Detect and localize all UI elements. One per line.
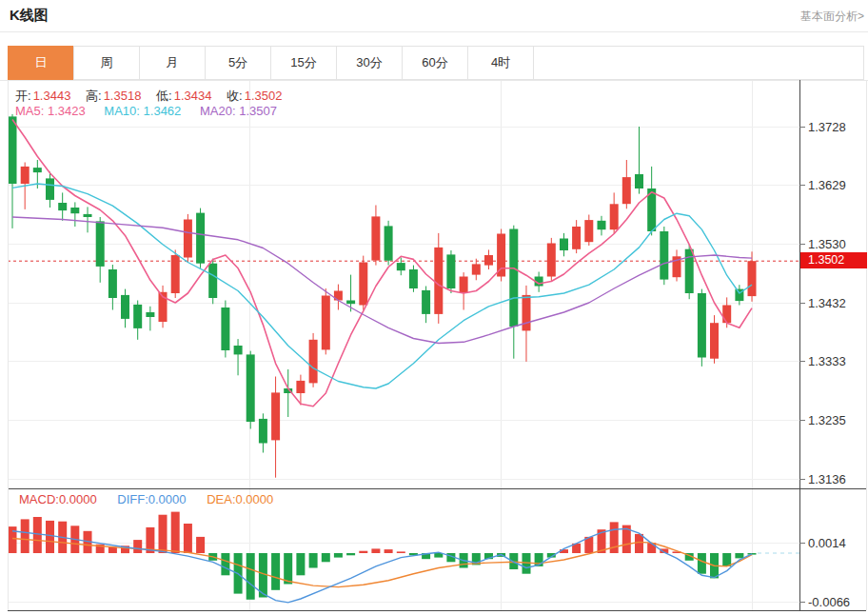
candle-body: [359, 263, 367, 306]
candle-body: [409, 269, 418, 288]
candle-body: [635, 174, 643, 188]
macd-bar: [133, 540, 142, 553]
macd-bar: [346, 553, 355, 555]
macd-bar: [334, 553, 343, 558]
macd-legend: MACD:0.0000 DIFF:0.0000 DEA:0.0000: [19, 492, 290, 506]
candle-body: [572, 227, 581, 249]
tab-30min[interactable]: 30分: [336, 46, 403, 80]
candle-body: [259, 419, 267, 444]
candle-body: [397, 263, 405, 270]
candle-body: [472, 264, 481, 274]
candle-body: [96, 221, 105, 267]
candle-body: [484, 255, 493, 266]
price-tick-label: 1.3629: [808, 178, 846, 192]
candle-body: [722, 306, 731, 324]
macd-bars-layer: [9, 512, 757, 600]
candle-body: [184, 220, 192, 258]
macd-tick-label: 0.0014: [808, 536, 846, 550]
candle-body: [698, 293, 706, 358]
tab-4hour[interactable]: 4时: [467, 46, 534, 80]
macd-bar: [184, 524, 192, 553]
macd-bar: [359, 551, 367, 553]
macd-bar: [322, 553, 330, 562]
ma10-line: [12, 184, 752, 388]
macd-bar: [635, 534, 643, 553]
candle-body: [84, 214, 92, 217]
price-tick-label: 1.3432: [808, 296, 846, 310]
candle-body: [509, 229, 518, 327]
ma20-legend: MA20: 1.3507: [200, 104, 277, 118]
candle-body: [33, 168, 42, 172]
candle-body: [422, 290, 430, 314]
macd-lines-layer: [12, 528, 799, 603]
ma5-legend: MA5: 1.3423: [15, 104, 86, 118]
ma5-line: [12, 120, 752, 407]
low-value: 1.3434: [174, 89, 212, 103]
candle-body: [146, 312, 154, 317]
open-label: 开:: [15, 89, 31, 103]
macd-tick-label: -0.0066: [808, 595, 850, 609]
tab-5min[interactable]: 5分: [205, 46, 271, 80]
ma-legend: MA5: 1.3423 MA10: 1.3462 MA20: 1.3507: [15, 104, 292, 118]
macd-bar: [171, 512, 180, 553]
candle-body: [547, 244, 556, 277]
macd-bar: [309, 553, 318, 568]
kline-chart-svg: 1.37281.36291.35301.34321.33331.32351.31…: [0, 80, 868, 615]
candle-body: [622, 177, 631, 204]
low-label: 低:: [156, 89, 172, 103]
macd-bar: [21, 519, 30, 553]
gridlines: [8, 80, 799, 610]
macd-bar: [46, 521, 54, 553]
fundamental-analysis-link[interactable]: 基本面分析>: [800, 9, 864, 25]
candle-body: [133, 305, 142, 328]
price-tick-label: 1.3728: [808, 120, 846, 134]
frame-layer: [0, 80, 868, 610]
candle-body: [598, 221, 606, 229]
macd-bar: [385, 549, 393, 553]
page-title: K线图: [10, 7, 49, 25]
candle-body: [171, 255, 180, 293]
macd-bar: [735, 553, 743, 558]
macd-bar: [221, 553, 229, 575]
kline-page: K线图 基本面分析> 日周月5分15分30分60分4时 1.37281.3629…: [0, 0, 868, 615]
ohlc-legend: 开:1.3443 高:1.3518 低:1.3434 收:1.3502: [15, 88, 293, 105]
macd-bar: [247, 553, 255, 600]
candle-body: [9, 116, 17, 184]
price-tick-label: 1.3530: [808, 237, 846, 251]
candle-body: [70, 208, 79, 213]
candle-body: [385, 226, 393, 260]
price-tick-label: 1.3136: [808, 472, 846, 486]
tab-day[interactable]: 日: [8, 46, 74, 80]
macd-bar: [397, 551, 405, 553]
tab-60min[interactable]: 60分: [402, 46, 468, 80]
tab-week[interactable]: 周: [73, 46, 140, 80]
ma10-legend: MA10: 1.3462: [104, 104, 181, 118]
tab-month[interactable]: 月: [139, 46, 206, 80]
candle-body: [685, 249, 694, 293]
candle-body: [309, 340, 318, 384]
macd-bar: [108, 547, 117, 553]
candle-body: [247, 354, 255, 422]
candle-body: [710, 323, 719, 359]
candle-body: [208, 264, 217, 298]
candle-body: [584, 220, 593, 242]
candle-body: [371, 216, 380, 260]
macd-bar: [296, 553, 305, 575]
macd-bar: [284, 553, 292, 585]
candle-body: [271, 392, 280, 440]
macd-value-legend: MACD:0.0000: [19, 492, 97, 506]
macd-bar: [371, 548, 380, 553]
macd-bar: [159, 515, 168, 553]
diff-value-legend: DIFF:0.0000: [117, 492, 186, 506]
candle-body: [58, 203, 67, 210]
high-label: 高:: [86, 89, 102, 103]
ma-lines-layer: [12, 120, 752, 407]
high-value: 1.3518: [104, 89, 142, 103]
candle-body: [234, 346, 243, 354]
candle-body: [108, 269, 117, 298]
tab-15min[interactable]: 15分: [270, 46, 337, 80]
candle-body: [221, 308, 229, 350]
candle-body: [196, 213, 205, 264]
candle-body: [610, 204, 619, 229]
candle-body: [322, 296, 330, 350]
